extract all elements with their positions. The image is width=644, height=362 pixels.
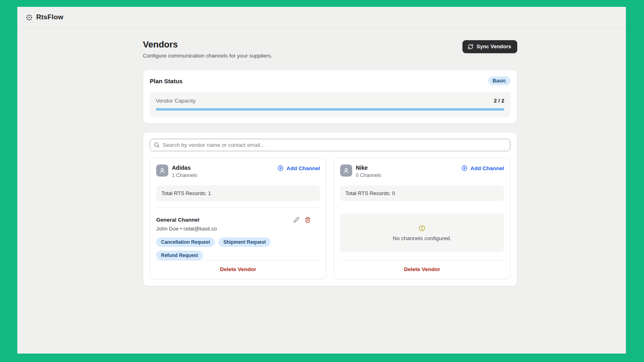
vendor-name: Nike <box>356 165 381 171</box>
channel-name: General Channel <box>156 217 199 223</box>
plan-badge: Basic <box>488 76 510 85</box>
vendor-avatar-icon <box>156 165 168 177</box>
vendor-channel-count: 1 Channels <box>172 173 197 178</box>
vendor-card-adidas: Adidas 1 Channels Add Cha <box>150 158 326 279</box>
vendor-header: Nike 0 Channels Add Chann <box>340 165 504 178</box>
edit-channel-icon[interactable] <box>293 217 299 223</box>
vendor-search <box>150 139 510 151</box>
add-channel-label: Add Channel <box>287 165 320 171</box>
rts-records-panel: Total RTS Records: 0 <box>340 185 504 201</box>
vendor-grid: Adidas 1 Channels Add Cha <box>150 158 510 279</box>
channel-tag: Shipment Request <box>219 237 270 247</box>
add-channel-button[interactable]: Add Channel <box>277 165 320 171</box>
vendor-avatar-icon <box>340 165 352 177</box>
circle-plus-icon <box>277 165 284 171</box>
vendor-footer: Delete Vendor <box>156 260 320 279</box>
vendor-footer: Delete Vendor <box>340 260 504 279</box>
capacity-progress-bar <box>156 108 504 111</box>
rts-records-panel: Total RTS Records: 1 <box>156 185 320 201</box>
page-heading-group: Vendors Configure communication channels… <box>143 39 272 59</box>
alert-circle-icon <box>419 225 425 232</box>
vendor-search-input[interactable] <box>150 139 510 151</box>
search-icon <box>153 142 160 150</box>
sync-vendors-button[interactable]: Sync Vendors <box>462 40 517 53</box>
app-window: RtsFlow Vendors Configure communication … <box>17 7 626 354</box>
vendors-panel: Adidas 1 Channels Add Cha <box>143 132 517 286</box>
delete-vendor-button[interactable]: Delete Vendor <box>404 266 440 272</box>
channel-tag: Refund Request <box>156 251 203 260</box>
page-header: Vendors Configure communication channels… <box>143 39 517 59</box>
vendor-identity: Nike 0 Channels <box>356 165 381 178</box>
vendor-identity: Adidas 1 Channels <box>172 165 197 178</box>
channel-tags: Cancellation Request Shipment Request Re… <box>156 237 320 260</box>
vendor-capacity-row: Vendor Capacity 2 / 2 <box>156 98 504 104</box>
brand-logo-icon <box>25 14 33 21</box>
vendor-capacity-value: 2 / 2 <box>494 98 504 104</box>
plan-status-title: Plan Status <box>150 78 183 84</box>
channel-row: General Channel <box>156 217 320 223</box>
channel-tag: Cancellation Request <box>156 237 215 247</box>
channel-actions <box>293 217 320 223</box>
brand-title: RtsFlow <box>36 13 64 21</box>
delete-channel-icon[interactable] <box>305 217 311 223</box>
no-channels-panel: No channels configured. <box>340 214 504 252</box>
plan-status-card: Plan Status Basic Vendor Capacity 2 / 2 <box>143 70 517 124</box>
capacity-progress-fill <box>156 108 504 111</box>
delete-vendor-button[interactable]: Delete Vendor <box>220 266 256 272</box>
vendor-header: Adidas 1 Channels Add Cha <box>156 165 320 178</box>
vendor-card-nike: Nike 0 Channels Add Chann <box>334 158 510 279</box>
page-title: Vendors <box>143 39 272 50</box>
sync-vendors-label: Sync Vendors <box>477 43 511 49</box>
add-channel-button[interactable]: Add Channel <box>461 165 504 171</box>
add-channel-label: Add Channel <box>471 165 504 171</box>
page-subtitle: Configure communication channels for you… <box>143 53 272 59</box>
vendor-capacity-panel: Vendor Capacity 2 / 2 <box>149 92 511 117</box>
top-bar: RtsFlow <box>17 7 626 28</box>
channel-contact: John Doe • celal@kasli.co <box>156 226 320 232</box>
channel-section: General Channel <box>156 208 320 260</box>
plan-status-row: Plan Status Basic <box>149 76 511 85</box>
circle-plus-icon <box>461 165 468 171</box>
vendor-channel-count: 0 Channels <box>356 173 381 178</box>
vendor-capacity-label: Vendor Capacity <box>156 98 196 104</box>
no-channels-text: No channels configured. <box>393 235 452 241</box>
main-content: Vendors Configure communication channels… <box>143 28 517 286</box>
sync-refresh-icon <box>468 44 473 49</box>
vendor-name: Adidas <box>172 165 197 171</box>
